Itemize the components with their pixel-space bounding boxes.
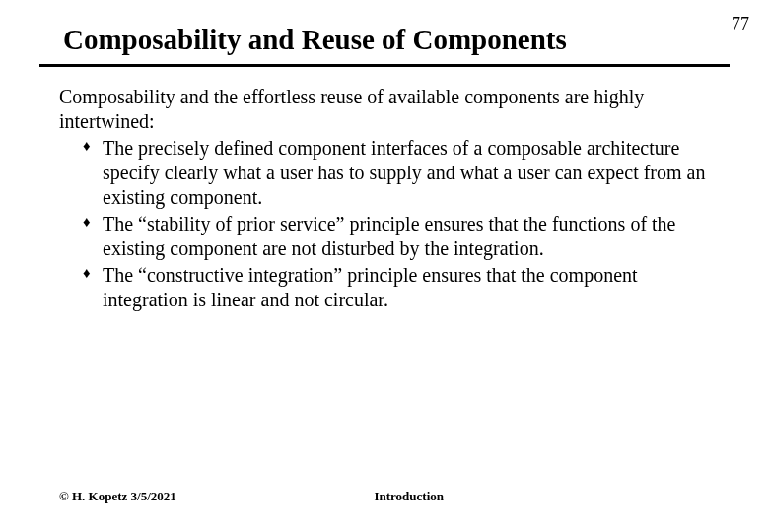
title-underline [39,64,730,67]
list-item: The “stability of prior service” princip… [83,212,710,261]
footer-copyright: © H. Kopetz 3/5/2021 [59,489,176,504]
slide-title: Composability and Reuse of Components [39,24,730,64]
list-item: The precisely defined component interfac… [83,136,710,210]
list-item: The “constructive integration” principle… [83,263,710,312]
footer-section: Introduction [374,489,444,504]
bullet-list: The precisely defined component interfac… [59,136,710,312]
page-number: 77 [732,14,749,34]
body-content: Composability and the effortless reuse o… [59,85,710,312]
footer: © H. Kopetz 3/5/2021 Introduction [0,489,769,504]
title-block: Composability and Reuse of Components [39,24,730,67]
intro-text: Composability and the effortless reuse o… [59,85,710,134]
